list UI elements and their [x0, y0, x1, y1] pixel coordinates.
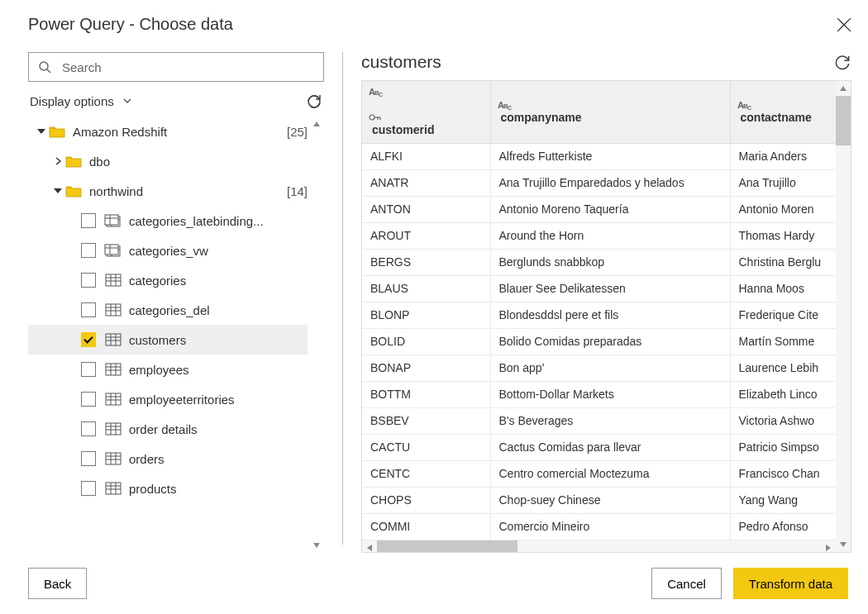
tree-leaf[interactable]: employeeterritories — [28, 384, 308, 414]
key-icon — [369, 112, 484, 123]
tree-leaf[interactable]: customers — [28, 325, 308, 355]
table-cell: Chop-suey Chinese — [490, 487, 730, 513]
tree-node-dbo[interactable]: dbo — [28, 146, 308, 176]
table-row[interactable]: BLONPBlondesddsl pere et filsFrederique … — [362, 302, 836, 328]
table-row[interactable]: CACTUCactus Comidas para llevarPatricio … — [362, 434, 836, 460]
object-tree[interactable]: Amazon Redshift [25] dbo — [28, 117, 324, 553]
table-row[interactable]: CHOPSChop-suey ChineseYang Wang — [362, 487, 836, 513]
tree-leaf[interactable]: orders — [28, 444, 308, 474]
back-button[interactable]: Back — [28, 568, 87, 599]
scroll-left-icon[interactable] — [362, 540, 377, 552]
tree-leaf-label: orders — [129, 452, 308, 466]
column-header-customerid[interactable]: ABC customerid — [362, 81, 490, 143]
tree-node-label: northwind — [89, 184, 280, 198]
table-row[interactable]: ANTONAntonio Moreno TaqueríaAntonio More… — [362, 196, 836, 222]
table-icon — [104, 482, 122, 495]
tree-leaf[interactable]: categories_latebinding... — [28, 206, 308, 236]
scroll-up-icon[interactable] — [309, 117, 324, 131]
search-wrap — [28, 52, 324, 82]
table-cell: Alfreds Futterkiste — [490, 143, 730, 169]
display-options-toggle[interactable]: Display options — [30, 94, 132, 109]
view-icon — [104, 244, 122, 257]
search-input[interactable] — [28, 52, 324, 82]
scroll-thumb[interactable] — [836, 96, 851, 145]
preview-pane: customers ABC customerid — [361, 52, 851, 553]
caret-down-icon[interactable] — [51, 187, 64, 195]
svg-marker-66 — [313, 121, 320, 126]
checkbox[interactable] — [81, 273, 96, 288]
tree-leaf[interactable]: categories — [28, 265, 308, 295]
column-header-companyname[interactable]: ABC companyname — [490, 81, 730, 143]
table-cell: Patricio Simpso — [730, 434, 836, 460]
cancel-button[interactable]: Cancel — [651, 568, 722, 599]
table-row[interactable]: BOTTMBottom-Dollar MarketsElizabeth Linc… — [362, 381, 836, 407]
table-row[interactable]: BONAPBon app'Laurence Lebih — [362, 355, 836, 381]
checkbox[interactable] — [81, 481, 96, 496]
table-cell: Elizabeth Linco — [730, 381, 836, 407]
scroll-track[interactable] — [377, 540, 821, 552]
tree-leaf-label: categories — [129, 274, 308, 288]
view-icon — [104, 214, 122, 227]
refresh-tree-button[interactable] — [306, 93, 322, 110]
caret-down-icon[interactable] — [35, 127, 48, 136]
checkbox[interactable] — [81, 421, 96, 436]
refresh-preview-button[interactable] — [833, 54, 850, 70]
checkbox[interactable] — [81, 243, 96, 258]
tree-leaf[interactable]: employees — [28, 355, 308, 384]
checkbox[interactable] — [81, 213, 96, 228]
table-cell: Bottom-Dollar Markets — [490, 381, 730, 407]
scroll-down-icon[interactable] — [836, 537, 851, 552]
text-type-icon: ABC — [737, 99, 837, 111]
checkbox[interactable] — [81, 362, 96, 377]
scroll-right-icon[interactable] — [821, 540, 836, 552]
table-cell: Christina Berglu — [730, 249, 836, 275]
table-icon — [104, 452, 122, 465]
close-button[interactable] — [837, 17, 851, 32]
table-cell: Around the Horn — [490, 222, 730, 249]
tree-leaf[interactable]: order details — [28, 414, 308, 444]
scroll-down-icon[interactable] — [309, 538, 324, 553]
scroll-thumb[interactable] — [377, 540, 517, 552]
scroll-up-icon[interactable] — [836, 81, 851, 96]
table-cell: Pedro Afonso — [730, 513, 836, 540]
table-cell: Blauer See Delikatessen — [490, 275, 730, 302]
table-row[interactable]: BERGSBerglunds snabbkopChristina Berglu — [362, 249, 836, 275]
tree-leaf[interactable]: products — [28, 474, 308, 503]
vertical-scrollbar[interactable] — [836, 81, 851, 552]
table-cell: B's Beverages — [490, 407, 730, 434]
tree-leaf-label: categories_del — [129, 303, 308, 317]
tree-node-northwind[interactable]: northwind [14] — [28, 176, 308, 206]
table-row[interactable]: BLAUSBlauer See DelikatessenHanna Moos — [362, 275, 836, 302]
table-row[interactable]: ANATRAna Trujillo Emparedados y heladosA… — [362, 169, 836, 196]
table-icon — [104, 422, 122, 436]
tree-node-count: [25] — [287, 125, 308, 139]
table-cell: Comercio Mineiro — [490, 513, 730, 540]
table-cell: Centro comercial Moctezuma — [490, 460, 730, 487]
tree-leaf[interactable]: categories_vw — [28, 236, 308, 265]
checkbox[interactable] — [81, 451, 96, 466]
table-row[interactable]: COMMIComercio MineiroPedro Afonso — [362, 513, 836, 540]
horizontal-scrollbar[interactable] — [362, 540, 836, 552]
checkbox[interactable] — [81, 332, 96, 347]
table-row[interactable]: ALFKIAlfreds FutterkisteMaria Anders — [362, 143, 836, 169]
table-row[interactable]: BSBEVB's BeveragesVictoria Ashwo — [362, 407, 836, 434]
caret-right-icon[interactable] — [51, 157, 64, 165]
table-row[interactable]: BOLIDBolido Comidas preparadasMartín Som… — [362, 328, 836, 355]
tree-leaf[interactable]: categories_del — [28, 295, 308, 325]
tree-scrollbar[interactable] — [309, 117, 324, 553]
svg-marker-84 — [840, 542, 847, 547]
table-row[interactable]: CENTCCentro comercial MoctezumaFrancisco… — [362, 460, 836, 487]
folder-icon — [48, 125, 66, 138]
table-cell: Bolido Comidas preparadas — [490, 328, 730, 355]
table-cell: Maria Anders — [730, 143, 836, 169]
table-row[interactable]: AROUTAround the HornThomas Hardy — [362, 222, 836, 249]
svg-marker-4 — [37, 129, 45, 134]
column-header-contactname[interactable]: ABC contactname — [730, 81, 836, 143]
chevron-down-icon — [122, 96, 132, 106]
checkbox[interactable] — [81, 392, 96, 407]
tree-node-root[interactable]: Amazon Redshift [25] — [28, 117, 308, 146]
transform-data-button[interactable]: Transform data — [733, 568, 848, 599]
table-cell: Antonio Moreno Taquería — [490, 196, 730, 222]
checkbox[interactable] — [81, 302, 96, 317]
preview-table: ABC customerid ABC companyname ABC conta… — [362, 81, 836, 540]
